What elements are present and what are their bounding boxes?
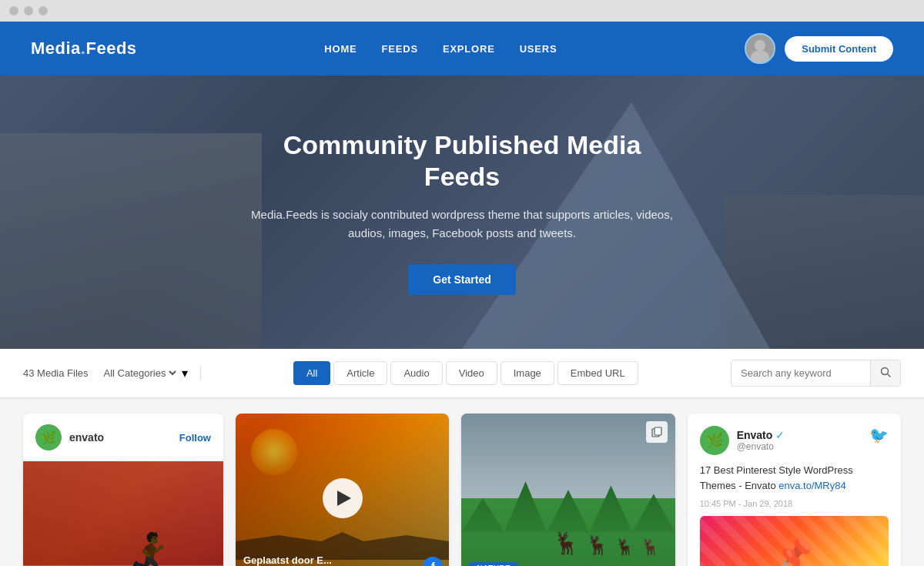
tweet-card: 🌿 Envato ✓ @envato 🐦 17 Best Pinterest S… bbox=[688, 414, 901, 566]
tweet-user-info: Envato ✓ @envato bbox=[737, 429, 785, 452]
play-icon bbox=[337, 491, 351, 506]
card-image: 🏃 bbox=[23, 461, 223, 566]
nav-item-home[interactable]: HOME bbox=[324, 42, 357, 55]
brand-dot: . bbox=[81, 39, 86, 58]
search-input[interactable] bbox=[732, 361, 870, 385]
twitter-icon: 🐦 bbox=[869, 426, 889, 444]
nature-thumbnail: 🦌 🦌 🦌 🦌 NATURE bbox=[461, 414, 675, 566]
user-avatar[interactable] bbox=[745, 33, 775, 64]
search-wrap bbox=[731, 360, 901, 387]
navbar: Media.Feeds HOME FEEDS EXPLORE USERS Sub… bbox=[0, 22, 924, 75]
window-dot-1 bbox=[9, 6, 18, 15]
tab-article[interactable]: Article bbox=[333, 361, 387, 385]
tab-embed-url[interactable]: Embed URL bbox=[557, 361, 638, 385]
tab-all[interactable]: All bbox=[293, 361, 330, 385]
deer-3: 🦌 bbox=[615, 538, 634, 556]
tab-audio[interactable]: Audio bbox=[390, 361, 442, 385]
chevron-down-icon: ▾ bbox=[182, 366, 188, 380]
profile-name: envato bbox=[69, 431, 104, 444]
content-grid: 🌿 envato Follow 🏃 Geplaats bbox=[0, 398, 924, 566]
nav-item-feeds[interactable]: FEEDS bbox=[382, 42, 418, 55]
profile-header: 🌿 envato Follow bbox=[23, 414, 223, 461]
tweet-text: 17 Best Pinterest Style WordPress Themes… bbox=[700, 463, 889, 493]
deer-2: 🦌 bbox=[586, 534, 609, 556]
verified-badge: ✓ bbox=[775, 429, 785, 441]
tweet-handle: @envato bbox=[737, 441, 785, 452]
get-started-button[interactable]: Get Started bbox=[408, 264, 515, 295]
media-count: 43 Media Files bbox=[23, 367, 89, 379]
svg-point-1 bbox=[755, 40, 765, 51]
tweet-image: 📌 bbox=[700, 516, 889, 566]
play-button[interactable] bbox=[323, 478, 363, 518]
tweet-name: Envato bbox=[737, 429, 773, 441]
tweet-link[interactable]: enva.to/MRy84 bbox=[778, 480, 845, 491]
tweet-header: 🌿 Envato ✓ @envato 🐦 bbox=[700, 426, 889, 455]
svg-rect-6 bbox=[654, 427, 661, 435]
nature-card: 🦌 🦌 🦌 🦌 NATURE bbox=[461, 414, 675, 566]
profile-info: 🌿 envato bbox=[35, 424, 104, 450]
submit-content-button[interactable]: Submit Content bbox=[785, 36, 893, 62]
hero-title: Community Published Media Feeds bbox=[246, 129, 678, 193]
video-source: Geplaatst door E... bbox=[243, 554, 332, 566]
deer-1: 🦌 bbox=[553, 531, 580, 556]
deer-silhouettes: 🦌 🦌 🦌 🦌 bbox=[553, 531, 660, 556]
window-chrome bbox=[0, 0, 924, 22]
runner-figure: 🏃 bbox=[124, 531, 177, 566]
tweet-avatar: 🌿 bbox=[700, 426, 729, 455]
tweet-time: 10:45 PM - Jan 29, 2018 bbox=[700, 499, 889, 508]
hero-content: Community Published Media Feeds Media.Fe… bbox=[231, 129, 693, 296]
hero-subtitle: Media.Feeds is socialy contributed wordp… bbox=[246, 206, 678, 243]
tab-image[interactable]: Image bbox=[500, 361, 554, 385]
copy-icon[interactable] bbox=[646, 421, 668, 443]
nav-item-explore[interactable]: EXPLORE bbox=[443, 42, 495, 55]
tweet-profile: 🌿 Envato ✓ @envato bbox=[700, 426, 785, 455]
brand-logo[interactable]: Media.Feeds bbox=[31, 39, 137, 59]
tab-video[interactable]: Video bbox=[446, 361, 497, 385]
video-card[interactable]: Geplaatst door E... 2.752 weergaven f bbox=[236, 414, 449, 566]
window-dot-3 bbox=[38, 6, 48, 15]
search-icon bbox=[880, 367, 891, 377]
nature-badge: NATURE bbox=[469, 562, 518, 566]
window-dot-2 bbox=[24, 6, 33, 15]
category-select-wrap: All Categories ▾ bbox=[101, 366, 201, 380]
search-button[interactable] bbox=[870, 360, 900, 386]
navbar-right: Submit Content bbox=[745, 33, 893, 64]
video-thumbnail: Geplaatst door E... 2.752 weergaven f bbox=[236, 414, 449, 566]
svg-line-4 bbox=[888, 374, 891, 377]
hero-section: Community Published Media Feeds Media.Fe… bbox=[0, 75, 924, 349]
nav-links: HOME FEEDS EXPLORE USERS bbox=[324, 42, 557, 55]
follow-button[interactable]: Follow bbox=[179, 432, 211, 444]
nav-item-users[interactable]: USERS bbox=[520, 42, 557, 55]
video-meta: Geplaatst door E... 2.752 weergaven bbox=[243, 554, 332, 566]
deer-4: 🦌 bbox=[641, 538, 660, 556]
category-select[interactable]: All Categories bbox=[101, 367, 179, 380]
filter-tabs: All Article Audio Video Image Embed URL bbox=[213, 361, 718, 385]
profile-icon: 🌿 bbox=[35, 424, 62, 450]
profile-card: 🌿 envato Follow 🏃 bbox=[23, 414, 223, 566]
tweet-image-icon: 📌 bbox=[700, 516, 889, 566]
filter-bar: 43 Media Files All Categories ▾ All Arti… bbox=[0, 349, 924, 398]
